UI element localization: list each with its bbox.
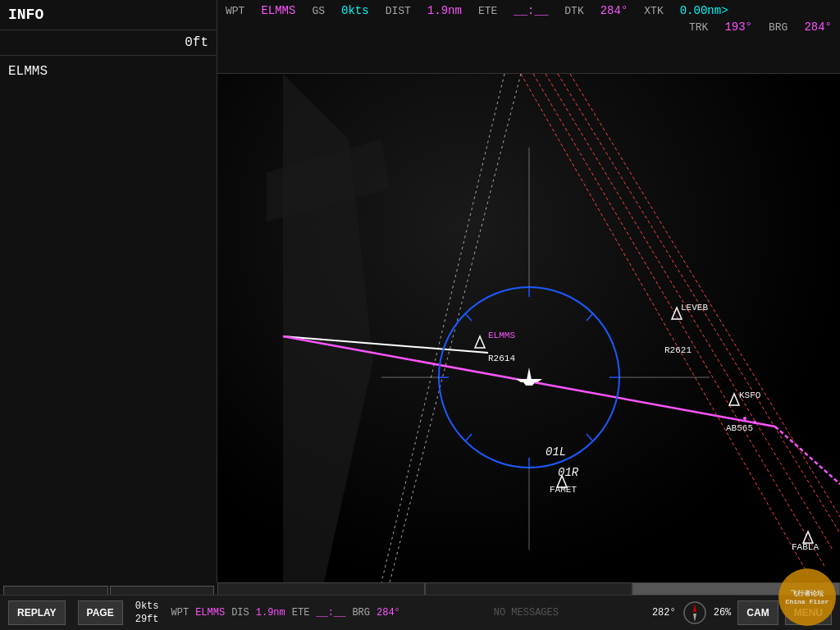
dis-strip-value: 1.9nm [256, 607, 285, 619]
dtk-value: 284° [600, 4, 628, 17]
brg-strip-value: 284° [377, 607, 400, 619]
map-svg: ELMMS R2614 LEVEB R2621 KSFO AB565 FAMET… [217, 74, 840, 582]
svg-point-31 [753, 421, 756, 424]
r2621-label: R2621 [664, 345, 692, 355]
brg-label: BRG [769, 21, 788, 34]
wpt-label: WPT [226, 5, 244, 17]
wpt-value: ELMMS [261, 4, 295, 17]
dist-label: DIST [386, 5, 411, 17]
fabla-label: FABLA [792, 542, 819, 552]
ete-label: ETE [478, 5, 497, 17]
waypoint-display: ELMMS [0, 56, 217, 87]
svg-line-17 [465, 313, 472, 321]
watermark-line1: 飞行者论坛 [791, 589, 824, 598]
page-button[interactable]: PAGE [78, 600, 123, 625]
leveb-label: LEVEB [681, 303, 708, 313]
svg-marker-27 [729, 394, 739, 405]
ete-strip-value: __:__ [316, 607, 345, 619]
brg-strip-label: BRG [352, 607, 370, 619]
compass-indicator [682, 600, 707, 625]
strip-right-controls: 282° 26% CAM MENU 飞行者论坛 China Flier [652, 600, 832, 625]
dis-strip-label: DIS [231, 607, 249, 619]
dtk-label: DTK [564, 5, 583, 17]
runway-01l: 01L [546, 445, 566, 459]
heading-display: 282° [652, 607, 676, 619]
info-title: INFO [0, 0, 217, 30]
map-display: ELMMS R2614 LEVEB R2621 KSFO AB565 FAMET… [217, 74, 840, 582]
elmms-label: ELMMS [488, 331, 515, 340]
svg-line-15 [587, 434, 593, 441]
ksfo-label: KSFO [739, 390, 761, 400]
gs-value: 0kts [341, 4, 369, 17]
xtk-value: 0.00nm> [680, 4, 728, 17]
brg-value: 284° [804, 21, 832, 34]
no-messages: NO MESSAGES [413, 607, 640, 619]
svg-line-16 [465, 434, 472, 441]
trk-value: 193° [724, 21, 752, 34]
svg-line-3 [533, 74, 824, 566]
ete-value: __:__ [514, 4, 548, 17]
svg-line-32 [775, 427, 840, 484]
svg-line-14 [587, 313, 593, 321]
watermark-badge: 飞行者论坛 China Flier [778, 568, 836, 626]
svg-marker-35 [693, 614, 696, 622]
trk-label: TRK [689, 21, 708, 34]
left-sidebar: INFO 0ft ELMMS [0, 0, 217, 582]
svg-marker-25 [475, 336, 485, 348]
cam-button[interactable]: CAM [737, 600, 778, 625]
svg-line-5 [381, 74, 504, 582]
ete-strip-label: ETE [292, 607, 310, 619]
r2614-label: R2614 [488, 354, 515, 363]
svg-line-4 [521, 74, 808, 574]
svg-point-30 [743, 417, 746, 420]
ab565-label: AB565 [726, 423, 753, 433]
svg-line-6 [390, 74, 521, 582]
altitude-display: 0ft [0, 30, 217, 56]
svg-marker-19 [516, 379, 542, 382]
wpt-strip-value: ELMMS [195, 607, 225, 619]
speed-display: 0kts [135, 600, 159, 612]
wpt-strip-label: WPT [171, 607, 189, 619]
replay-button[interactable]: REPLAY [8, 600, 66, 625]
gs-label: GS [312, 5, 325, 17]
svg-marker-20 [523, 382, 535, 386]
svg-marker-29 [803, 532, 813, 543]
xtk-label: XTK [644, 5, 663, 17]
status-strip: REPLAY PAGE 0kts 29ft WPT ELMMS DIS 1.9n… [0, 595, 840, 630]
famet-label: FAMET [550, 485, 577, 495]
dist-value: 1.9nm [427, 4, 462, 17]
svg-line-2 [570, 74, 840, 517]
watermark-line2: China Flier [786, 598, 829, 605]
altitude-strip: 29ft [135, 614, 159, 625]
svg-marker-34 [693, 604, 696, 612]
zoom-display: 26% [714, 607, 732, 619]
top-info-bar: WPT ELMMS GS 0kts DIST 1.9nm ETE __:__ D… [217, 0, 840, 74]
runway-01r: 01R [558, 466, 579, 479]
